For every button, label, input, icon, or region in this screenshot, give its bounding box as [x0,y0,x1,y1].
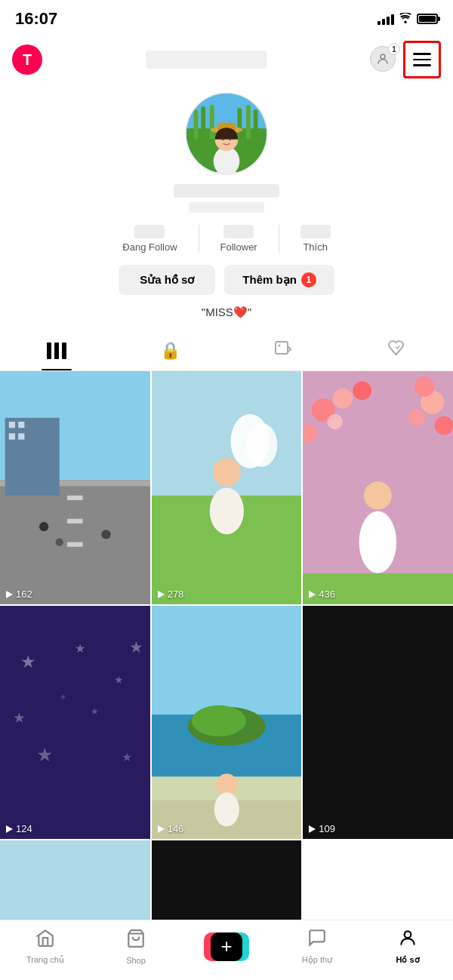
play-icon-6 [309,825,316,833]
nav-item-home[interactable]: Trang chủ [19,928,72,965]
svg-point-68 [192,705,246,736]
add-friend-button[interactable]: Thêm bạn 1 [224,265,334,295]
following-count [134,225,165,238]
action-buttons: Sửa hồ sơ Thêm bạn 1 [119,265,334,295]
svg-point-73 [405,931,411,938]
svg-rect-8 [254,109,258,140]
svg-point-51 [359,511,396,573]
svg-point-14 [229,138,231,140]
tag-icon [274,340,292,361]
add-button-main[interactable]: + [211,932,242,961]
video-thumb-4[interactable]: ★ ★ ★ ★ ★ ★ ★ ★ ★ 124 [0,606,150,839]
tab-tagged[interactable] [226,331,340,370]
video-grid: 162 278 [0,371,453,980]
top-nav: T 1 [0,35,453,84]
play-icon-5 [158,825,165,833]
svg-text:★: ★ [36,745,53,765]
friend-requests-button[interactable]: 1 [370,46,397,73]
svg-point-13 [222,138,224,140]
video-thumb-6[interactable]: 109 [303,606,453,839]
tab-liked[interactable] [340,331,453,370]
shop-label: Shop [126,956,146,965]
video-thumb-3[interactable]: 436 [303,371,453,604]
edit-profile-button[interactable]: Sửa hồ sơ [119,265,215,295]
tab-videos[interactable] [0,331,113,370]
grid-icon [47,343,66,359]
follower-count [223,225,254,238]
svg-rect-26 [5,418,60,496]
status-time: 16:07 [15,9,57,29]
status-icons [378,13,438,26]
svg-point-46 [435,416,453,435]
video-count-3: 436 [309,588,335,600]
video-thumb-1[interactable]: 162 [0,371,150,604]
video-thumb-5[interactable]: 146 [152,606,302,839]
following-label: Đang Follow [122,241,177,253]
add-friend-badge: 1 [301,272,316,287]
svg-text:★: ★ [114,674,124,686]
svg-text:★: ★ [75,641,85,655]
svg-point-37 [209,488,243,535]
wifi-icon [399,13,412,26]
nav-item-profile[interactable]: Hồ sơ [381,928,434,965]
likes-count [300,225,331,238]
nav-center [146,51,267,69]
svg-rect-23 [67,496,83,500]
play-icon [6,591,13,598]
svg-point-19 [279,345,281,347]
svg-rect-6 [237,108,242,139]
nav-item-add[interactable]: + [200,932,253,961]
profile-section: Đang Follow Follower Thích Sửa hồ sơ Thê… [0,84,453,331]
svg-rect-18 [276,342,288,354]
svg-point-33 [101,530,110,539]
profile-label: Hồ sơ [396,955,419,965]
svg-point-47 [414,376,435,397]
bottom-nav: Trang chủ Shop + Hộp thư [0,920,453,980]
stat-followers[interactable]: Follower [199,225,279,253]
svg-rect-7 [246,105,251,139]
svg-point-43 [353,381,372,400]
svg-rect-30 [18,433,24,439]
home-icon [35,928,55,952]
stat-likes[interactable]: Thích [279,225,352,253]
svg-text:★: ★ [13,710,26,726]
stat-following[interactable]: Đang Follow [101,225,199,253]
hamburger-menu-button[interactable] [403,41,441,78]
svg-point-70 [214,792,239,826]
friend-badge: 1 [388,43,400,55]
stats-row: Đang Follow Follower Thích [15,225,438,253]
svg-text:★: ★ [60,693,66,701]
svg-rect-3 [194,110,199,140]
battery-icon [417,14,438,24]
video-thumb-2[interactable]: 278 [152,371,302,604]
profile-icon [398,928,418,952]
tab-private[interactable]: 🔒 [113,331,226,370]
shop-icon [126,929,146,953]
video-count-4: 124 [6,823,32,834]
svg-rect-63 [152,606,302,714]
svg-point-48 [328,414,344,430]
home-label: Trang chủ [26,955,64,965]
svg-point-32 [56,538,63,545]
svg-rect-15 [47,343,51,359]
play-icon-3 [309,591,316,598]
svg-text:★: ★ [20,652,36,671]
svg-rect-25 [67,542,83,547]
lock-icon: 🔒 [160,341,180,361]
svg-rect-28 [18,422,24,428]
svg-rect-29 [9,433,15,439]
play-icon-2 [158,591,165,598]
svg-point-49 [408,409,426,426]
nav-right: 1 [370,41,441,78]
tiktok-logo: T [12,45,42,75]
svg-point-36 [212,458,240,486]
nav-item-inbox[interactable]: Hộp thư [291,928,344,965]
inbox-icon [307,928,327,952]
play-icon-4 [6,825,13,833]
username-display [146,51,267,69]
nav-item-shop[interactable]: Shop [109,929,162,965]
svg-point-39 [246,423,277,467]
svg-point-50 [364,481,392,509]
svg-rect-17 [62,343,66,359]
add-button-wrap[interactable]: + [207,932,246,961]
